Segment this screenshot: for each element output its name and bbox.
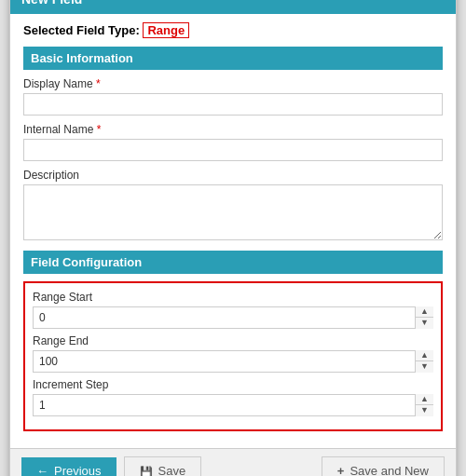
increment-step-up-btn[interactable]: ▲	[416, 394, 433, 406]
description-group: Description	[23, 169, 443, 243]
range-end-label: Range End	[33, 334, 433, 347]
increment-step-label: Increment Step	[33, 378, 433, 391]
range-start-spinner: ▲ ▼	[33, 306, 433, 329]
range-start-row: Range Start ▲ ▼	[33, 291, 433, 329]
range-end-row: Range End ▲ ▼	[33, 334, 433, 373]
save-icon	[140, 464, 153, 477]
range-end-down-btn[interactable]: ▼	[416, 361, 433, 373]
modal-title: New Field	[21, 0, 82, 7]
internal-name-group: Internal Name *	[23, 123, 443, 161]
field-config-header: Field Configuration	[23, 251, 443, 274]
increment-step-row: Increment Step ▲ ▼	[33, 378, 433, 416]
range-start-spinner-btns: ▲ ▼	[415, 306, 433, 329]
range-start-label: Range Start	[33, 291, 433, 304]
modal-body: Selected Field Type: Range Basic Informa…	[10, 14, 456, 448]
previous-button[interactable]: Previous	[21, 457, 116, 477]
save-button[interactable]: Save	[124, 456, 202, 477]
selected-field-type-value: Range	[143, 22, 189, 38]
internal-name-input[interactable]	[23, 139, 443, 161]
range-end-input[interactable]	[33, 350, 433, 373]
range-end-up-btn[interactable]: ▲	[416, 350, 433, 362]
range-start-input[interactable]	[33, 306, 433, 329]
increment-step-spinner-btns: ▲ ▼	[415, 394, 433, 416]
previous-label: Previous	[54, 464, 102, 477]
increment-step-spinner: ▲ ▼	[33, 394, 433, 416]
range-end-spinner: ▲ ▼	[33, 350, 433, 373]
save-and-new-button[interactable]: Save and New	[322, 456, 445, 477]
selected-field-type-label: Selected Field Type:	[23, 23, 140, 37]
modal-footer: Previous Save Save and New	[10, 448, 456, 477]
description-label: Description	[23, 169, 443, 182]
save-and-new-label: Save and New	[350, 464, 429, 477]
increment-step-down-btn[interactable]: ▼	[416, 405, 433, 416]
range-end-spinner-btns: ▲ ▼	[415, 350, 433, 373]
selected-field-type-row: Selected Field Type: Range	[23, 23, 443, 37]
display-name-label: Display Name *	[23, 77, 443, 90]
internal-name-label: Internal Name *	[23, 123, 443, 136]
display-name-group: Display Name *	[23, 77, 443, 116]
plus-icon	[337, 464, 345, 477]
range-start-up-btn[interactable]: ▲	[416, 306, 433, 319]
increment-step-input[interactable]	[33, 394, 433, 416]
modal-header: New Field	[10, 0, 456, 14]
arrow-left-icon	[36, 464, 48, 477]
display-name-input[interactable]	[23, 93, 443, 116]
new-field-modal: New Field Selected Field Type: Range Bas…	[9, 0, 457, 476]
save-label: Save	[158, 464, 186, 477]
field-config-box: Range Start ▲ ▼ Range End ▲ ▼	[23, 281, 443, 431]
description-input[interactable]	[23, 184, 443, 240]
basic-info-header: Basic Information	[23, 47, 443, 70]
range-start-down-btn[interactable]: ▼	[416, 318, 433, 329]
